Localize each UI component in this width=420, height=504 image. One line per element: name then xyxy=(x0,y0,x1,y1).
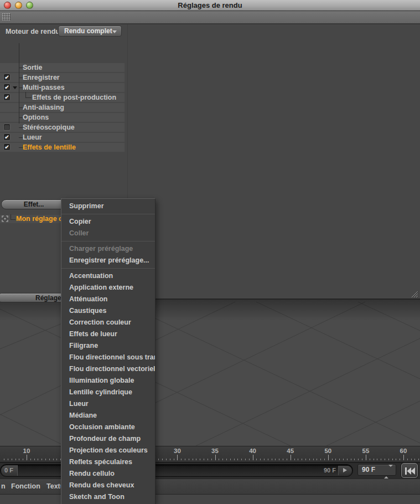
menu-item-mediane[interactable]: Médiane xyxy=(61,410,155,421)
ruler-label-45: 45 xyxy=(283,448,298,454)
menu-item-coller: Coller xyxy=(61,228,155,239)
menubar-item-fonction[interactable]: Fonction xyxy=(11,482,40,490)
ruler-tick xyxy=(313,459,314,460)
ruler-tick xyxy=(294,459,295,460)
ruler-tick xyxy=(177,455,178,460)
ruler-tick xyxy=(38,459,38,460)
ruler-tick xyxy=(260,459,261,460)
ruler-tick xyxy=(335,459,336,460)
menu-item-copier[interactable]: Copier xyxy=(61,216,155,228)
ruler-tick xyxy=(215,455,216,460)
menubar-item-partial[interactable]: n xyxy=(1,482,6,490)
tree-item-label: Lueur xyxy=(23,133,42,142)
ruler-tick xyxy=(158,459,159,460)
tree-line-dash xyxy=(19,78,23,78)
go-to-start-icon xyxy=(405,467,415,475)
menu-item-rendu-cellulo[interactable]: Rendu cellulo xyxy=(61,468,155,480)
expand-triangle-icon[interactable] xyxy=(13,86,17,89)
frame-stepper[interactable] xyxy=(384,467,393,477)
menu-item-effets-de-lueur[interactable]: Effets de lueur xyxy=(61,328,155,340)
ruler-tick xyxy=(42,459,42,460)
menu-item-filigrane[interactable]: Filigrane xyxy=(61,340,155,352)
tree-item-label: Sortie xyxy=(23,63,42,72)
ruler-tick xyxy=(49,459,50,460)
tree-item-effets-de-lentille[interactable]: ✔Effets de lentille xyxy=(0,143,125,152)
ruler-tick xyxy=(377,459,377,460)
ruler-tick xyxy=(264,459,265,460)
menu-item-supprimer[interactable]: Supprimer xyxy=(61,200,155,212)
ruler-tick xyxy=(256,459,257,460)
menu-item-accentuation[interactable]: Accentuation xyxy=(61,270,155,282)
ruler-label-60: 60 xyxy=(396,448,411,454)
tree-item-label: Effets de lentille xyxy=(23,143,76,152)
menu-item-flou-directionnel-vectoriel[interactable]: Flou directionnel vectoriel xyxy=(61,363,155,375)
ruler-tick xyxy=(45,459,46,460)
ruler-tick xyxy=(388,459,389,460)
checkbox-enregistrer[interactable]: ✔ xyxy=(3,74,11,81)
current-frame-handle[interactable]: 0 F xyxy=(1,465,18,476)
ruler-tick xyxy=(12,459,12,460)
ruler-tick xyxy=(283,459,283,460)
ruler-tick xyxy=(8,459,8,460)
ruler-tick xyxy=(392,459,393,460)
tree-line-dash xyxy=(19,137,23,138)
ruler-tick xyxy=(56,459,57,460)
tree-line-dash xyxy=(19,107,23,108)
menu-item-application-externe[interactable]: Application externe xyxy=(61,282,155,294)
ruler-tick xyxy=(34,459,35,460)
checkbox-stereoscopique[interactable] xyxy=(3,124,11,131)
ruler-tick xyxy=(174,459,174,460)
resize-grip[interactable] xyxy=(411,291,419,298)
menu-item-reflets-speculaires[interactable]: Reflets spéculaires xyxy=(61,456,155,468)
timeline-powerslider[interactable]: 0 F 90 F xyxy=(0,464,353,477)
menu-item-attenuation[interactable]: Atténuation xyxy=(61,294,155,305)
menu-item-flou-directionnel-sous-trame[interactable]: Flou directionnel sous trame xyxy=(61,352,155,363)
ruler-tick xyxy=(226,459,227,460)
ruler-tick xyxy=(366,455,366,460)
tree-elbow xyxy=(11,214,15,220)
ruler-tick xyxy=(196,459,196,460)
ruler-tick xyxy=(332,459,333,460)
ruler-tick xyxy=(15,459,16,460)
checkbox-effets-de-post-production[interactable]: ✔ xyxy=(3,94,11,101)
menu-item-sketch-and-toon[interactable]: Sketch and Toon xyxy=(61,491,155,503)
tree-item-lueur[interactable]: ✔Lueur xyxy=(0,133,125,142)
ruler-tick xyxy=(328,455,329,460)
ruler-tick xyxy=(4,459,4,460)
tree-item-stereoscopique[interactable]: Stéréoscopique xyxy=(0,123,125,132)
menu-item-charger-prereglage: Charger préréglage xyxy=(61,243,155,255)
checkbox-effets-de-lentille[interactable]: ✔ xyxy=(3,143,11,151)
menu-item-enregistrer-prereglage[interactable]: Enregistrer préréglage... xyxy=(61,255,155,266)
ruler-tick xyxy=(234,459,235,460)
ruler-label-35: 35 xyxy=(208,448,222,454)
ruler-tick xyxy=(275,459,276,460)
ruler-tick xyxy=(400,459,400,460)
ruler-tick xyxy=(418,459,419,460)
end-frame-field[interactable]: 90 F xyxy=(357,464,396,476)
menu-item-lentille-cylindrique[interactable]: Lentille cylindrique xyxy=(61,387,155,398)
menu-item-lueur[interactable]: Lueur xyxy=(61,398,155,410)
menu-item-profondeur-de-champ[interactable]: Profondeur de champ xyxy=(61,433,155,445)
effect-button[interactable]: Effet... xyxy=(1,199,66,209)
menu-item-illumination-globale[interactable]: Illumination globale xyxy=(61,375,155,387)
menu-item-rendu-des-cheveux[interactable]: Rendu des cheveux xyxy=(61,480,155,491)
range-end-arrow-button[interactable] xyxy=(338,466,352,475)
ruler-tick xyxy=(411,459,412,460)
ruler-tick xyxy=(170,459,170,460)
go-to-start-button[interactable] xyxy=(401,463,418,478)
ruler-tick xyxy=(309,459,310,460)
menu-item-occlusion-ambiante[interactable]: Occlusion ambiante xyxy=(61,421,155,433)
menu-item-projection-des-couleurs[interactable]: Projection des couleurs xyxy=(61,445,155,456)
checkbox-multi-passes[interactable]: ✔ xyxy=(3,84,11,91)
ruler-tick xyxy=(279,459,279,460)
menu-item-caustiques[interactable]: Caustiques xyxy=(61,305,155,317)
ruler-tick xyxy=(339,459,340,460)
ruler-tick xyxy=(396,459,396,460)
ruler-tick xyxy=(222,459,223,460)
ruler-tick xyxy=(211,459,212,460)
ruler-tick xyxy=(162,459,163,460)
ruler-tick xyxy=(53,459,54,460)
menu-item-correction-couleur[interactable]: Correction couleur xyxy=(61,317,155,328)
checkbox-lueur[interactable]: ✔ xyxy=(3,133,11,141)
ruler-tick xyxy=(343,459,344,460)
